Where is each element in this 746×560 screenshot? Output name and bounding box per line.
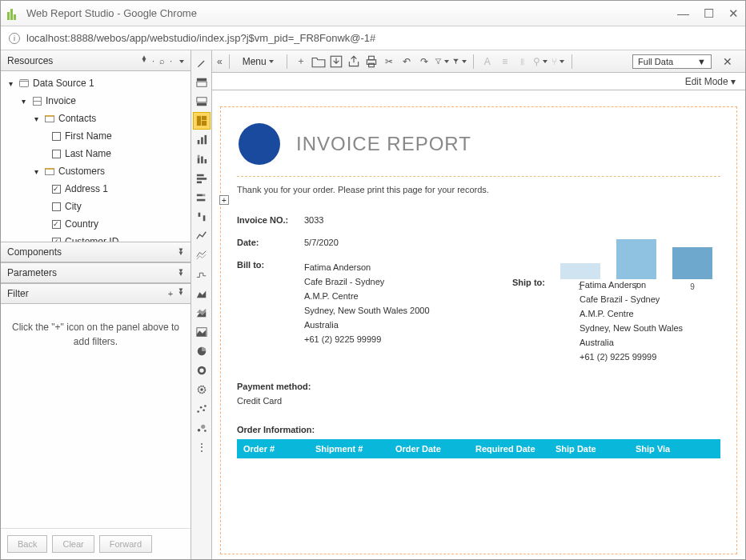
chart-bar[interactable] bbox=[560, 263, 600, 279]
header-icon[interactable] bbox=[193, 74, 211, 91]
scatter-icon[interactable] bbox=[193, 400, 211, 418]
window-title: Web Report Studio - Google Chrome bbox=[26, 7, 677, 19]
pencil-icon[interactable] bbox=[193, 54, 211, 72]
info-icon[interactable]: i bbox=[9, 33, 20, 44]
forward-button[interactable]: Forward bbox=[99, 535, 152, 553]
svg-rect-37 bbox=[368, 56, 374, 60]
tree-address1[interactable]: ✓Address 1 bbox=[1, 180, 191, 198]
svg-point-27 bbox=[200, 388, 203, 391]
report-canvas[interactable]: INVOICE REPORT + Thank you for your orde… bbox=[212, 90, 745, 559]
edit-mode-toggle[interactable]: Edit Mode ▾ bbox=[685, 76, 736, 87]
mode-bar: Edit Mode ▾ bbox=[212, 73, 745, 90]
add-section-handle[interactable]: + bbox=[219, 195, 229, 205]
new-icon[interactable]: ＋ bbox=[294, 54, 308, 69]
bubble-icon[interactable] bbox=[193, 419, 211, 437]
clear-button[interactable]: Clear bbox=[52, 535, 94, 553]
tree-invoice[interactable]: ▾Invoice bbox=[1, 92, 191, 110]
redo-icon[interactable]: ↷ bbox=[417, 54, 431, 69]
svg-rect-20 bbox=[198, 213, 200, 217]
components-header[interactable]: Components ▼▼ bbox=[1, 242, 191, 262]
font-icon: A bbox=[480, 54, 495, 69]
chevron-down-icon: ▼ bbox=[697, 57, 706, 66]
close-button[interactable]: ✕ bbox=[728, 6, 739, 21]
app-window: Web Report Studio - Google Chrome — ☐ ✕ … bbox=[0, 0, 746, 560]
export-icon[interactable] bbox=[347, 54, 361, 69]
chart-bar-label: 1 bbox=[578, 282, 583, 291]
resources-header[interactable]: Resources ▲▼ · ⌕ · bbox=[1, 50, 191, 71]
svg-rect-12 bbox=[201, 157, 203, 164]
svg-rect-9 bbox=[204, 135, 207, 144]
tree-first-name[interactable]: First Name bbox=[1, 127, 191, 145]
svg-rect-16 bbox=[196, 182, 201, 184]
search-icon[interactable]: ⌕ bbox=[159, 56, 165, 66]
expand-icon[interactable]: ▼▼ bbox=[178, 249, 184, 255]
tree-customer-id[interactable]: ✓Customer ID bbox=[1, 233, 191, 242]
cut-icon[interactable]: ✂ bbox=[382, 54, 396, 69]
address-text: localhost:8888/webos/app/webstudio/index… bbox=[26, 32, 375, 44]
bar-chart-icon[interactable] bbox=[193, 131, 211, 149]
footer-icon[interactable] bbox=[193, 93, 211, 110]
svg-rect-4 bbox=[196, 116, 200, 126]
svg-point-33 bbox=[201, 425, 205, 429]
menu-button[interactable]: Menu bbox=[236, 54, 280, 69]
filter2-icon[interactable] bbox=[452, 54, 467, 69]
chart-bar[interactable] bbox=[616, 239, 656, 279]
back-button[interactable]: Back bbox=[7, 535, 47, 553]
data-mode-select[interactable]: Full Data▼ bbox=[632, 54, 712, 69]
app-icon bbox=[7, 7, 20, 20]
tree-contacts[interactable]: ▾Contacts bbox=[1, 110, 191, 127]
multiline-icon[interactable] bbox=[193, 246, 211, 264]
add-filter-icon[interactable]: + bbox=[168, 289, 173, 298]
main-toolbar: « Menu ＋ ✂ ↶ ↷ A ≡ ⫴ ⚲ ⑂ bbox=[212, 50, 745, 73]
tree-datasource[interactable]: ▾Data Source 1 bbox=[1, 74, 191, 92]
col-ship-date: Ship Date bbox=[549, 439, 629, 458]
svg-rect-21 bbox=[203, 215, 205, 221]
separator: · bbox=[152, 56, 154, 66]
svg-rect-14 bbox=[196, 174, 203, 177]
stacked-bar-icon[interactable] bbox=[193, 150, 211, 168]
parameters-header[interactable]: Parameters ▼▼ bbox=[1, 262, 191, 283]
svg-rect-15 bbox=[196, 178, 206, 180]
tree-customers[interactable]: ▾Customers bbox=[1, 162, 191, 180]
report-page[interactable]: INVOICE REPORT + Thank you for your orde… bbox=[220, 106, 737, 554]
image-icon[interactable] bbox=[193, 323, 211, 341]
filter-icon[interactable] bbox=[435, 54, 449, 69]
gear-icon[interactable] bbox=[193, 381, 211, 398]
chart-bar-label: 7 bbox=[634, 282, 639, 291]
svg-rect-17 bbox=[196, 194, 202, 197]
save-icon[interactable] bbox=[329, 54, 343, 69]
svg-rect-13 bbox=[204, 159, 207, 163]
expand-icon[interactable]: ▼▼ bbox=[178, 270, 184, 276]
more-icon[interactable]: ⋮ bbox=[193, 438, 211, 456]
layout-icon[interactable] bbox=[193, 112, 211, 130]
order-table-header: Order # Shipment # Order Date Required D… bbox=[237, 439, 720, 458]
undo-icon[interactable]: ↶ bbox=[399, 54, 414, 69]
open-icon[interactable] bbox=[311, 54, 326, 69]
sort-icon[interactable]: ▲▼ bbox=[141, 56, 147, 66]
align-icon: ≡ bbox=[498, 54, 512, 69]
filter-header[interactable]: Filter + ▼▼ bbox=[1, 283, 191, 304]
range-icon[interactable] bbox=[193, 208, 211, 226]
chart-bar[interactable] bbox=[672, 247, 712, 279]
tree-last-name[interactable]: Last Name bbox=[1, 145, 191, 162]
valign-icon: ⫴ bbox=[515, 54, 530, 69]
line-chart-icon[interactable] bbox=[193, 227, 211, 245]
tree-city[interactable]: City bbox=[1, 198, 191, 215]
hbar-icon[interactable] bbox=[193, 170, 211, 187]
expand-icon[interactable]: ▼▼ bbox=[178, 289, 184, 298]
minimize-button[interactable]: — bbox=[677, 6, 689, 21]
expand-panel-icon[interactable]: « bbox=[217, 56, 223, 67]
step-icon[interactable] bbox=[193, 266, 211, 283]
stacked-area-icon[interactable] bbox=[193, 304, 211, 322]
donut-chart-icon[interactable] bbox=[193, 362, 211, 379]
close-panel-icon[interactable]: ✕ bbox=[723, 55, 732, 68]
maximize-button[interactable]: ☐ bbox=[704, 6, 714, 21]
dropdown-icon[interactable] bbox=[177, 56, 184, 66]
date-value: 5/7/2020 bbox=[304, 238, 512, 247]
mini-bar-chart[interactable]: 179 bbox=[552, 231, 720, 291]
print-icon[interactable] bbox=[364, 54, 379, 69]
area-chart-icon[interactable] bbox=[193, 285, 211, 302]
pie-chart-icon[interactable] bbox=[193, 342, 211, 360]
tree-country[interactable]: ✓Country bbox=[1, 215, 191, 233]
hstacked-icon[interactable] bbox=[193, 189, 211, 206]
